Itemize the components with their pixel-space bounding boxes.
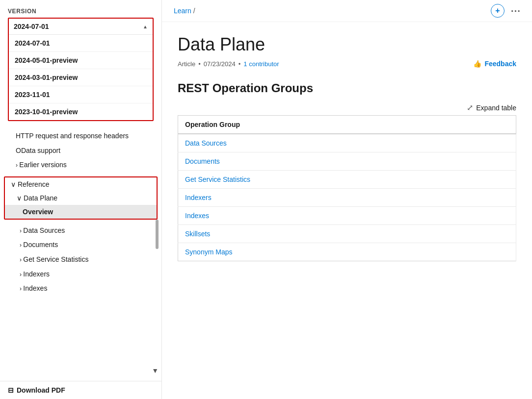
feedback-label: Feedback [484, 60, 516, 68]
plus-icon: + [495, 6, 500, 15]
version-options-list: 2024-07-01 2024-05-01-preview 2024-03-01… [9, 35, 153, 120]
breadcrumb-learn[interactable]: Learn [174, 7, 191, 15]
table-row: Indexes [178, 207, 516, 225]
main-content: Learn / + ⋯ Data Plane Article • 07/23/2… [162, 0, 532, 399]
version-label: Version [0, 8, 161, 18]
scroll-down-indicator[interactable]: ▼ [152, 367, 159, 374]
thumbs-up-icon: 👍 [473, 60, 481, 68]
version-selected-option[interactable]: 2024-07-01 ▲ [9, 19, 153, 35]
sidebar-item-http-headers[interactable]: HTTP request and response headers [0, 129, 161, 144]
sidebar-item-overview[interactable]: Overview [5, 205, 157, 219]
article-meta: Article • 07/23/2024 • 1 contributor 👍 F… [178, 60, 516, 68]
table-row: Get Service Statistics [178, 171, 516, 189]
scroll-indicator [156, 220, 159, 249]
table-row: Synonym Maps [178, 243, 516, 261]
table-row: Documents [178, 152, 516, 171]
ellipsis-icon: ⋯ [510, 5, 520, 16]
table-actions: ⤢ Expand table [178, 103, 516, 112]
table-row: Data Sources [178, 134, 516, 152]
download-pdf-label: Download PDF [17, 386, 65, 394]
meta-sep-2: • [239, 60, 241, 68]
table-row-link-indexes[interactable]: Indexes [185, 212, 209, 220]
version-selected-text: 2024-07-01 [14, 23, 49, 30]
more-options-button[interactable]: ⋯ [510, 5, 520, 17]
table-row-link-get-service-statistics[interactable]: Get Service Statistics [185, 175, 250, 183]
add-button[interactable]: + [491, 4, 505, 18]
download-icon: ⊟ [8, 386, 14, 394]
sidebar-item-indexes[interactable]: Indexes [0, 281, 161, 296]
version-option-2[interactable]: 2024-05-01-preview [9, 52, 153, 69]
version-option-1[interactable]: 2024-07-01 [9, 35, 153, 52]
version-dropdown[interactable]: 2024-07-01 ▲ 2024-07-01 2024-05-01-previ… [8, 18, 154, 121]
version-option-3[interactable]: 2024-03-01-preview [9, 69, 153, 86]
section-title: REST Operation Groups [178, 81, 516, 95]
sidebar-item-earlier-versions[interactable]: Earlier versions [0, 158, 161, 173]
sidebar-item-data-sources[interactable]: Data Sources [0, 224, 161, 238]
expand-icon: ⤢ [467, 103, 473, 112]
sidebar: Version 2024-07-01 ▲ 2024-07-01 2024-05-… [0, 0, 162, 399]
sidebar-item-indexers[interactable]: Indexers [0, 267, 161, 282]
reference-section-box: ∨ Reference ∨ Data Plane Overview [4, 176, 158, 220]
article-date: 07/23/2024 [204, 60, 236, 68]
table-row-link-synonym-maps[interactable]: Synonym Maps [185, 248, 232, 256]
feedback-button[interactable]: 👍 Feedback [473, 60, 516, 68]
version-option-5[interactable]: 2023-10-01-preview [9, 103, 153, 120]
table-row: Skillsets [178, 225, 516, 243]
sidebar-nav-2: Data Sources Documents Get Service Stati… [0, 222, 161, 298]
content-area: Data Plane Article • 07/23/2024 • 1 cont… [162, 22, 532, 281]
contributor-link[interactable]: 1 contributor [243, 60, 279, 68]
article-type: Article [178, 60, 195, 68]
sidebar-item-data-plane[interactable]: ∨ Data Plane [5, 191, 157, 205]
table-row-link-skillsets[interactable]: Skillsets [185, 230, 210, 238]
operation-groups-table: Operation Group Data Sources Documents G… [178, 115, 516, 261]
page-title: Data Plane [178, 34, 516, 55]
table-row-link-documents[interactable]: Documents [185, 157, 220, 165]
table-row-link-data-sources[interactable]: Data Sources [185, 139, 227, 147]
table-row-link-indexers[interactable]: Indexers [185, 194, 212, 201]
top-actions: + ⋯ [491, 4, 520, 18]
download-pdf-button[interactable]: ⊟ Download PDF [0, 381, 161, 399]
top-bar: Learn / + ⋯ [162, 0, 532, 22]
chevron-up-icon: ▲ [143, 24, 148, 29]
expand-table-button[interactable]: ⤢ Expand table [467, 103, 516, 112]
breadcrumb: Learn / [174, 7, 195, 15]
table-column-header: Operation Group [178, 116, 516, 134]
version-option-4[interactable]: 2023-11-01 [9, 86, 153, 103]
expand-table-label: Expand table [476, 104, 516, 112]
sidebar-item-reference[interactable]: ∨ Reference [5, 177, 157, 191]
breadcrumb-separator: / [193, 7, 195, 15]
sidebar-item-documents[interactable]: Documents [0, 238, 161, 252]
meta-sep-1: • [198, 60, 201, 68]
table-row: Indexers [178, 189, 516, 207]
sidebar-item-get-service-statistics[interactable]: Get Service Statistics [0, 252, 161, 267]
sidebar-item-odata[interactable]: OData support [0, 144, 161, 158]
sidebar-nav: HTTP request and response headers OData … [0, 127, 161, 175]
